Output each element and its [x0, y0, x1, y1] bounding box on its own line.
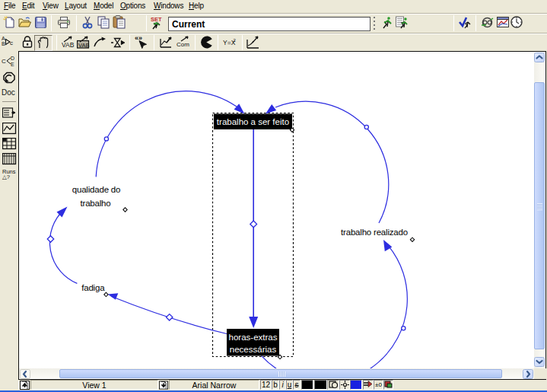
svg-text:B: B — [2, 41, 5, 46]
svg-text:VAB: VAB — [62, 41, 75, 49]
svg-text:trabalho realizado: trabalho realizado — [341, 228, 408, 237]
svg-text:C: C — [2, 58, 6, 65]
svg-text:SET: SET — [151, 16, 162, 23]
svg-text:VAB: VAB — [78, 42, 89, 49]
svg-text:A: A — [2, 36, 5, 41]
svg-text:trabalho: trabalho — [81, 199, 111, 208]
svg-text:«»: «» — [135, 34, 142, 42]
svg-text:fadiga: fadiga — [81, 283, 105, 292]
svg-text:Com: Com — [177, 41, 189, 48]
svg-text:c: c — [10, 40, 13, 46]
svg-text:horas-extras: horas-extras — [229, 333, 278, 342]
svg-text:E: E — [11, 62, 14, 67]
svg-text:D: D — [11, 56, 14, 61]
svg-text:necessárias: necessárias — [230, 345, 277, 354]
svg-text:qualidade do: qualidade do — [72, 185, 120, 194]
svg-text:trabalho a ser feito: trabalho a ser feito — [217, 117, 289, 126]
svg-text:2: 2 — [234, 38, 237, 43]
